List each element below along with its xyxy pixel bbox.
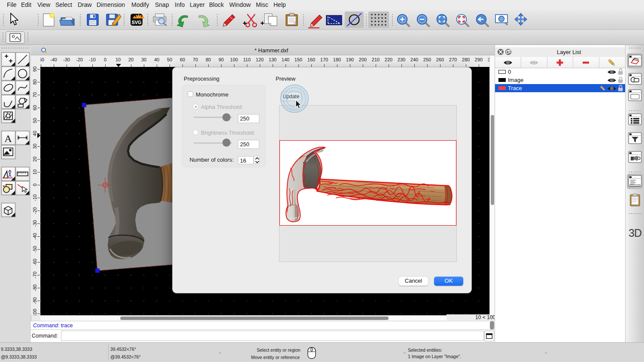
svg-text:SVG: SVG bbox=[131, 20, 141, 25]
svg-text:A: A bbox=[4, 133, 12, 144]
